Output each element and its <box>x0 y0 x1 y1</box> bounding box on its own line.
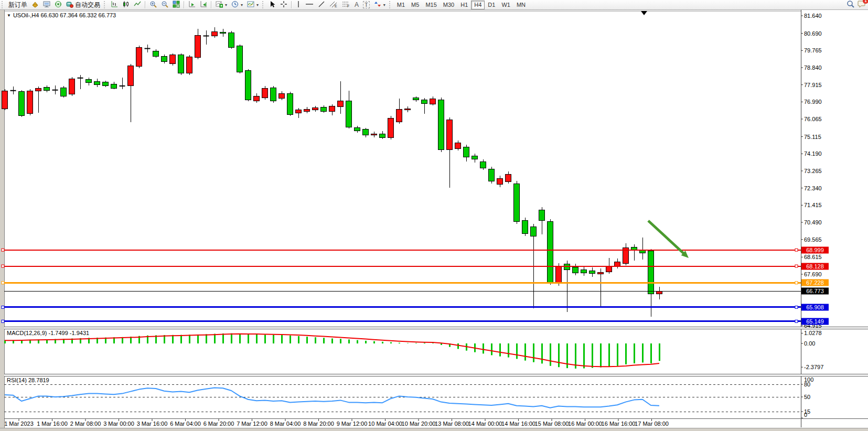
line-handle[interactable] <box>2 249 4 251</box>
candle-down <box>522 220 528 233</box>
cursor-tool-button[interactable] <box>267 1 278 9</box>
timeframe-button-d1[interactable]: D1 <box>485 1 498 9</box>
candle-down <box>271 88 276 101</box>
toolbar-grip[interactable] <box>2 1 5 8</box>
time-axis-label[interactable]: 6 Mar 20:00 <box>203 421 234 427</box>
time-axis-label[interactable]: 10 Mar 04:00 <box>368 421 402 427</box>
vertical-line-tool-button[interactable] <box>294 1 303 9</box>
toolbar-grip[interactable] <box>104 1 107 8</box>
time-axis-label[interactable]: 1 Mar 2023 <box>4 421 34 427</box>
indicators-button[interactable]: ▾ <box>213 1 229 9</box>
timeframe-button-h1[interactable]: H1 <box>457 1 471 9</box>
new-order-button[interactable]: 新订单 <box>6 1 29 9</box>
tile-windows-button[interactable] <box>170 1 182 9</box>
periods-button[interactable]: ▾ <box>229 1 245 9</box>
price-marker-65.149: 65.149 <box>801 318 829 325</box>
time-axis-label[interactable]: 6 Mar 04:00 <box>170 421 201 427</box>
line-handle[interactable] <box>795 282 798 284</box>
time-axis-label[interactable]: 3 Mar 16:00 <box>137 421 168 427</box>
timeframe-button-w1[interactable]: W1 <box>498 1 513 9</box>
auto-scroll-button[interactable] <box>186 1 198 9</box>
chart-title[interactable]: ▼USOil-,H4 66.630 67.364 66.332 66.773 <box>7 12 116 18</box>
templates-button[interactable]: ▾ <box>245 1 261 9</box>
timeframe-button-m15[interactable]: M15 <box>422 1 440 9</box>
timeframe-button-m30[interactable]: M30 <box>440 1 457 9</box>
time-axis-label[interactable]: 16 Mar 16:00 <box>602 421 636 427</box>
line-handle[interactable] <box>795 320 798 322</box>
arrows-tool-button[interactable]: ▾ <box>372 1 388 9</box>
text-tool-button[interactable]: A <box>352 1 361 9</box>
chart-shift-marker-icon[interactable] <box>641 11 647 15</box>
price-axis-label: 73.265 <box>804 168 822 174</box>
autotrading-button[interactable]: 自动交易 <box>64 1 102 9</box>
line-handle[interactable] <box>795 249 798 251</box>
price-axis-label: 67.690 <box>804 271 822 277</box>
candle-up <box>556 266 562 283</box>
candle-down <box>321 107 327 111</box>
line-handle[interactable] <box>2 265 4 267</box>
time-axis-label[interactable]: 3 Mar 00:00 <box>103 421 134 427</box>
time-axis-label[interactable]: 7 Mar 12:00 <box>237 421 267 427</box>
timeframe-button-m5[interactable]: M5 <box>408 1 422 9</box>
time-axis-label[interactable]: 16 Mar 00:00 <box>568 421 602 427</box>
pane-splitter-rsi[interactable] <box>4 374 868 376</box>
fibonacci-tool-button[interactable]: F <box>340 1 352 9</box>
time-axis-label[interactable]: 14 Mar 16:00 <box>501 421 535 427</box>
crosshair-tool-button[interactable] <box>278 1 290 9</box>
time-axis-label[interactable]: 17 Mar 08:00 <box>635 421 669 427</box>
templates-icon <box>247 1 254 9</box>
time-axis-label[interactable]: 10 Mar 20:00 <box>402 421 436 427</box>
bar-chart-button[interactable] <box>109 1 120 9</box>
candle-up <box>615 262 620 266</box>
line-handle[interactable] <box>2 282 4 284</box>
chart-dropdown-icon[interactable]: ▼ <box>7 13 11 18</box>
line-handle[interactable] <box>795 265 798 267</box>
trendline-tool-button[interactable] <box>316 1 327 9</box>
line-handle[interactable] <box>2 320 4 322</box>
time-axis-label[interactable]: 8 Mar 04:00 <box>270 421 301 427</box>
candle-up <box>136 47 142 67</box>
horizontal-line-tool-button[interactable] <box>303 1 316 9</box>
line-handle[interactable] <box>795 306 798 308</box>
time-axis-label[interactable]: 15 Mar 08:00 <box>535 421 569 427</box>
candle-down <box>355 127 360 131</box>
line-handle[interactable] <box>2 306 4 308</box>
time-axis-label[interactable]: 1 Mar 16:00 <box>37 421 68 427</box>
candle-up <box>254 96 260 101</box>
line-chart-button[interactable] <box>132 1 143 9</box>
time-axis-label[interactable]: 8 Mar 20:00 <box>303 421 334 427</box>
notifications-button[interactable]: 1 <box>858 0 866 9</box>
time-axis-label[interactable]: 13 Mar 08:00 <box>435 421 469 427</box>
trend-arrow-annotation[interactable] <box>648 221 685 254</box>
equidistant-channel-icon: E <box>329 1 338 9</box>
candle-up <box>657 292 662 294</box>
text-label-tool-button[interactable]: T <box>361 1 372 9</box>
toolbar-grip[interactable] <box>389 1 392 8</box>
timeframe-button-h4[interactable]: H4 <box>471 1 485 9</box>
timeframe-button-mn[interactable]: MN <box>513 1 529 9</box>
search-icon[interactable] <box>846 0 854 9</box>
pane-splitter-macd[interactable] <box>4 327 868 329</box>
time-axis-label[interactable]: 9 Mar 12:00 <box>337 421 368 427</box>
candle-up <box>262 88 268 98</box>
candle-down <box>514 184 520 221</box>
macd-label: MACD(12,26,9) -1.7499 -1.9431 <box>7 330 89 336</box>
channel-tool-button[interactable]: E <box>327 1 340 9</box>
chart-shift-button[interactable] <box>198 1 209 9</box>
signals-button[interactable] <box>52 1 64 9</box>
candlestick-button[interactable] <box>120 1 132 9</box>
market-watch-button[interactable] <box>29 1 41 9</box>
candle-down <box>472 156 478 159</box>
price-marker-67.228: 67.228 <box>801 279 829 286</box>
cursor-icon <box>269 1 276 9</box>
dropdown-caret-icon: ▾ <box>241 3 243 7</box>
candle-down <box>531 227 537 236</box>
time-axis-label[interactable]: 2 Mar 08:00 <box>70 421 101 427</box>
toolbar-grip[interactable] <box>262 1 265 8</box>
chart-canvas[interactable] <box>0 0 868 431</box>
timeframe-button-m1[interactable]: M1 <box>394 1 408 9</box>
time-axis-label[interactable]: 14 Mar 00:00 <box>468 421 502 427</box>
zoom-out-button[interactable] <box>159 1 170 9</box>
terminal-button[interactable] <box>41 1 52 9</box>
zoom-in-button[interactable] <box>147 1 159 9</box>
